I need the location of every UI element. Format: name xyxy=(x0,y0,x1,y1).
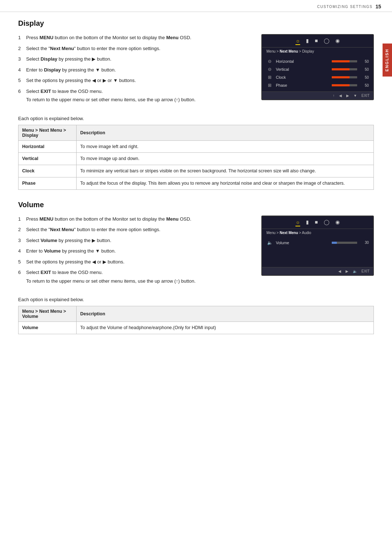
horizontal-icon: ⊝ xyxy=(266,59,273,64)
step-text-6: Select EXIT to leave the OSD menu. To re… xyxy=(26,88,250,103)
vol-exit-icon: ◉ xyxy=(335,219,340,226)
vertical-bar-fill xyxy=(332,68,350,70)
vol-step-text-2: Select the "Next Menu" button to enter t… xyxy=(26,226,250,233)
horizontal-bar-fill xyxy=(332,60,350,62)
main-content: Display 1 Press MENU button on the botto… xyxy=(0,12,392,352)
monitor-row-vertical: ⊝ Vertical 50 xyxy=(266,65,369,73)
vol-step-text-4: Enter to Volume by pressing the ▼ button… xyxy=(26,247,250,255)
phase-bar-fill xyxy=(332,84,350,86)
vol-exit-label: EXIT xyxy=(362,269,369,273)
nav-left-icon: ◀ xyxy=(339,94,342,98)
volume-title: Volume xyxy=(18,201,374,209)
volume-options-table: Menu > Next Menu > Volume Description Vo… xyxy=(18,306,374,334)
display-table-col2-header: Description xyxy=(77,125,374,140)
row-name-clock: Clock xyxy=(19,165,77,177)
contrast-icon: ▮ xyxy=(306,38,309,45)
volume-monitor: ☼ ▮ ■ ◯ ◉ Menu > Next Menu > Audio 🔈 xyxy=(261,216,374,276)
step-text-5: Set the options by pressing the ◀ or ▶ o… xyxy=(26,77,250,84)
vol-volume-label: Volume xyxy=(276,241,329,245)
volume-step-6: 6 Select EXIT to leave the OSD menu. To … xyxy=(18,269,250,284)
vol-nav-left-icon: ◀ xyxy=(338,269,341,273)
volume-bar-fill xyxy=(332,242,337,244)
vertical-bar xyxy=(332,68,357,70)
volume-bar xyxy=(332,242,357,244)
display-title: Display xyxy=(18,19,374,28)
volume-step-1: 1 Press MENU button on the bottom of the… xyxy=(18,216,250,223)
display-step-1: 1 Press MENU button on the bottom of the… xyxy=(18,34,250,41)
volume-monitor-bottom: ◀ ▶ 🔈 EXIT xyxy=(262,267,373,275)
display-layout: 1 Press MENU button on the bottom of the… xyxy=(18,34,374,107)
display-each-option: Each option is explained below. xyxy=(18,116,374,121)
table-row: Horizontal To move image left and right. xyxy=(19,140,374,153)
horizontal-value: 50 xyxy=(360,60,369,64)
vol-step-text-1: Press MENU button on the bottom of the M… xyxy=(26,216,250,223)
monitor-row-clock: ⊞ Clock 50 xyxy=(266,73,369,81)
clock-label: Clock xyxy=(276,75,329,79)
row-desc-phase: To adjust the focus of the display. This… xyxy=(77,177,374,189)
volume-step-6-sub: To return to the upper menu or set other… xyxy=(26,278,250,285)
row-desc-clock: To minimize any vertical bars or stripes… xyxy=(77,165,374,177)
row-desc-horizontal: To move image left and right. xyxy=(77,140,374,153)
volume-monitor-rows: 🔈 Volume 30 xyxy=(262,237,373,267)
monitor-top-icons: ☼ ▮ ■ ◯ ◉ xyxy=(262,35,373,48)
display-step-3: 3 Select Display by pressing the ▶ butto… xyxy=(18,56,250,63)
row-name-volume: Volume xyxy=(19,322,77,334)
row-name-horizontal: Horizontal xyxy=(19,140,77,153)
display-step-5: 5 Set the options by pressing the ◀ or ▶… xyxy=(18,77,250,84)
step-text-4: Enter to Display by pressing the ▼ butto… xyxy=(26,66,250,74)
monitor-row-horizontal: ⊝ Horizontal 50 xyxy=(266,57,369,65)
vol-step-num-5: 5 xyxy=(18,258,23,266)
phase-label: Phase xyxy=(276,83,329,87)
clock-value: 50 xyxy=(360,75,369,79)
display-section: Display 1 Press MENU button on the botto… xyxy=(18,19,374,190)
display-step-6-sub: To return to the upper menu or set other… xyxy=(26,96,250,103)
step-num-3: 3 xyxy=(18,56,23,63)
display-monitor: ☼ ▮ ■ ◯ ◉ Menu > Next Menu > Display ⊝ xyxy=(261,34,374,100)
table-row: Phase To adjust the focus of the display… xyxy=(19,177,374,189)
nav-up-icon: ↑ xyxy=(333,94,335,98)
nav-right-icon: ▶ xyxy=(346,94,349,98)
volume-each-option: Each option is explained below. xyxy=(18,297,374,302)
vol-speaker-nav-icon: 🔈 xyxy=(353,269,357,273)
page-number: 15 xyxy=(375,4,381,9)
vertical-icon: ⊝ xyxy=(266,67,273,72)
table-row: Vertical To move image up and down. xyxy=(19,153,374,165)
volume-layout: 1 Press MENU button on the bottom of the… xyxy=(18,216,374,288)
vol-nav-right-icon: ▶ xyxy=(346,269,348,273)
phase-bar xyxy=(332,84,357,86)
display-table-col1-header: Menu > Next Menu > Display xyxy=(19,125,77,140)
vol-contrast-icon: ▮ xyxy=(306,219,309,226)
volume-instructions: 1 Press MENU button on the bottom of the… xyxy=(18,216,250,288)
step-num-6: 6 xyxy=(18,88,23,103)
vol-step-text-5: Set the options by pressing the ◀ or ▶ b… xyxy=(26,258,250,266)
display-monitor-rows: ⊝ Horizontal 50 ⊝ Vertical xyxy=(262,55,373,91)
volume-step-4: 4 Enter to Volume by pressing the ▼ butt… xyxy=(18,247,250,255)
brightness-icon: ☼ xyxy=(295,38,300,45)
row-name-vertical: Vertical xyxy=(19,153,77,165)
monitor-row-volume: 🔈 Volume 30 xyxy=(266,239,369,247)
volume-screen: ☼ ▮ ■ ◯ ◉ Menu > Next Menu > Audio 🔈 xyxy=(261,216,374,288)
vol-settings-icon: ◯ xyxy=(324,219,330,226)
vol-brightness-icon: ☼ xyxy=(295,219,300,226)
display-step-6: 6 Select EXIT to leave the OSD menu. To … xyxy=(18,88,250,103)
vol-step-num-3: 3 xyxy=(18,237,23,244)
nav-down-icon: ▼ xyxy=(354,94,357,98)
vertical-value: 50 xyxy=(360,67,369,71)
row-desc-vertical: To move image up and down. xyxy=(77,153,374,165)
volume-table-col1-header: Menu > Next Menu > Volume xyxy=(19,306,77,322)
volume-breadcrumb: Menu > Next Menu > Audio xyxy=(262,229,373,237)
exit-label: EXIT xyxy=(362,94,369,98)
volume-table-col2-header: Description xyxy=(77,306,374,322)
volume-step-3: 3 Select Volume by pressing the ▶ button… xyxy=(18,237,250,244)
clock-bar-fill xyxy=(332,76,350,78)
display-monitor-bottom: ↑ ◀ ▶ ▼ EXIT xyxy=(262,91,373,99)
row-desc-volume: To adjust the Volume of headphone/earpho… xyxy=(77,322,374,334)
vol-monitor-top-icons: ☼ ▮ ■ ◯ ◉ xyxy=(262,216,373,229)
step-num-2: 2 xyxy=(18,45,23,52)
volume-speaker-icon: 🔈 xyxy=(266,240,273,245)
display-step-4: 4 Enter to Display by pressing the ▼ but… xyxy=(18,66,250,74)
horizontal-bar xyxy=(332,60,357,62)
english-tab: ENGLISH xyxy=(383,44,392,77)
table-row: Clock To minimize any vertical bars or s… xyxy=(19,165,374,177)
phase-icon: ⊞ xyxy=(266,83,273,88)
